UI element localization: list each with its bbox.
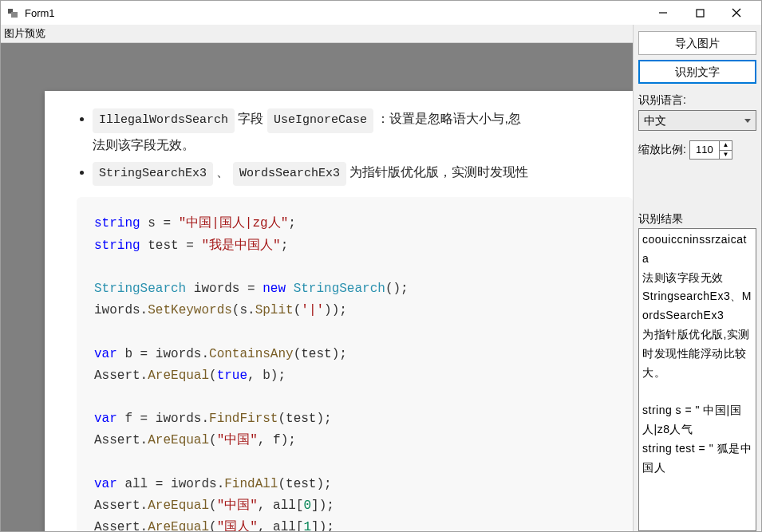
code-pill: IllegalWordsSearch — [93, 108, 235, 133]
result-group: 识别结果 coouiccninssrzaicata 法则该字段无效 String… — [638, 212, 756, 531]
import-image-button[interactable]: 导入图片 — [638, 31, 756, 55]
spinner-up-icon[interactable]: ▲ — [720, 141, 732, 151]
bullet-list: IllegalWordsSearch 字段 UseIgnoreCase ：设置是… — [77, 107, 633, 186]
bullet-item: StringSearchEx3 、 WordsSearchEx3 为指针版优化版… — [93, 160, 633, 187]
zoom-value[interactable]: 110 — [690, 141, 719, 159]
bullet-item: IllegalWordsSearch 字段 UseIgnoreCase ：设置是… — [93, 107, 633, 157]
code-block: string s = "中国|国人|zg人"; string test = "我… — [77, 197, 633, 531]
language-select[interactable]: 中文 — [638, 110, 756, 131]
maximize-button[interactable] — [681, 1, 718, 25]
spinner-down-icon[interactable]: ▼ — [720, 151, 732, 160]
language-value: 中文 — [644, 114, 666, 127]
app-window: Form1 图片预览 IllegalWordsSearch 字段 UseIgno… — [0, 0, 762, 532]
language-label: 识别语言: — [638, 93, 756, 108]
code-pill: StringSearchEx3 — [93, 162, 213, 187]
preview-group-label: 图片预览 — [1, 25, 633, 43]
recognize-text-button[interactable]: 识别文字 — [638, 60, 756, 84]
svg-rect-1 — [11, 12, 18, 18]
right-pane: 导入图片 识别文字 识别语言: 中文 缩放比例: 110 ▲ ▼ — [634, 25, 761, 531]
preview-area[interactable]: IllegalWordsSearch 字段 UseIgnoreCase ：设置是… — [1, 43, 633, 531]
code-pill: UseIgnoreCase — [267, 108, 373, 133]
document-preview: IllegalWordsSearch 字段 UseIgnoreCase ：设置是… — [45, 91, 633, 531]
code-pill: WordsSearchEx3 — [233, 162, 346, 187]
body: 图片预览 IllegalWordsSearch 字段 UseIgnoreCase… — [1, 25, 761, 531]
zoom-field: 缩放比例: 110 ▲ ▼ — [638, 140, 756, 160]
close-button[interactable] — [718, 1, 755, 25]
zoom-label: 缩放比例: — [638, 143, 686, 157]
window-title: Form1 — [25, 7, 55, 19]
app-icon — [7, 6, 20, 19]
result-label: 识别结果 — [638, 212, 756, 227]
titlebar[interactable]: Form1 — [1, 1, 761, 25]
language-field: 识别语言: 中文 — [638, 93, 756, 131]
minimize-button[interactable] — [645, 1, 681, 25]
left-pane: 图片预览 IllegalWordsSearch 字段 UseIgnoreCase… — [1, 25, 634, 531]
svg-rect-3 — [697, 10, 704, 17]
zoom-spinner[interactable]: 110 ▲ ▼ — [689, 140, 732, 160]
result-textbox[interactable]: coouiccninssrzaicata 法则该字段无效 Stringsearc… — [638, 228, 756, 531]
